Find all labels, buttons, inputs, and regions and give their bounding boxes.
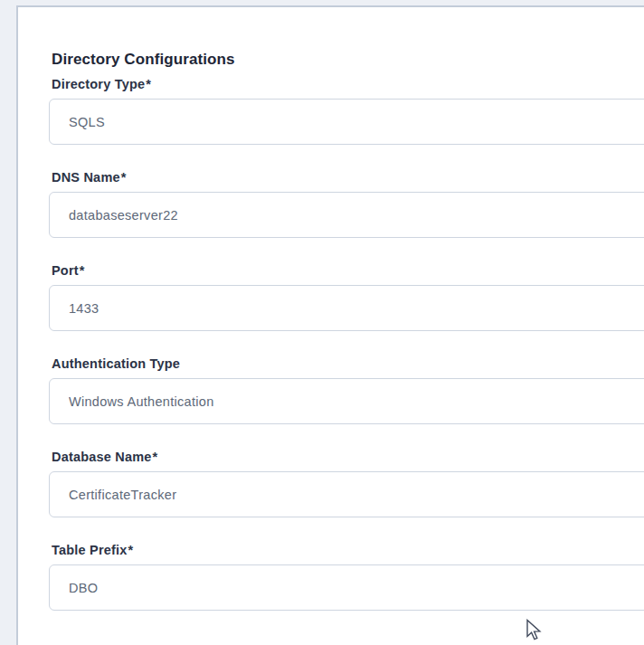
database-name-input[interactable] (49, 471, 644, 517)
required-mark: * (153, 450, 158, 464)
dns-name-label: DNS Name* (52, 169, 644, 185)
required-mark: * (121, 170, 127, 185)
authentication-type-label: Authentication Type (52, 356, 644, 372)
card-content: Directory Configurations Directory Type*… (18, 7, 644, 611)
dns-name-input[interactable] (49, 192, 644, 238)
field-dns-name: DNS Name* (52, 169, 644, 238)
label-text: Directory Type (52, 77, 145, 91)
label-text: Database Name (52, 450, 152, 464)
field-authentication-type: Authentication Type (52, 356, 644, 424)
required-mark: * (146, 77, 151, 91)
port-input[interactable] (49, 285, 644, 331)
label-text: Table Prefix (52, 543, 128, 557)
field-port: Port* (52, 262, 644, 331)
authentication-type-input[interactable] (49, 378, 644, 424)
database-name-label: Database Name* (52, 449, 644, 465)
port-label: Port* (52, 262, 644, 279)
label-text: Port (52, 263, 79, 278)
field-directory-type: Directory Type* (52, 76, 644, 145)
table-prefix-label: Table Prefix* (52, 542, 644, 558)
label-text: DNS Name (52, 170, 120, 185)
field-database-name: Database Name* (52, 449, 644, 517)
required-mark: * (128, 543, 134, 557)
label-text: Authentication Type (52, 356, 180, 371)
field-table-prefix: Table Prefix* (52, 542, 644, 611)
directory-type-input[interactable] (49, 99, 644, 145)
directory-type-label: Directory Type* (52, 76, 644, 92)
required-mark: * (80, 263, 85, 278)
page-title: Directory Configurations (52, 51, 644, 69)
directory-configurations-card: Directory Configurations Directory Type*… (16, 5, 644, 645)
table-prefix-input[interactable] (49, 564, 644, 611)
